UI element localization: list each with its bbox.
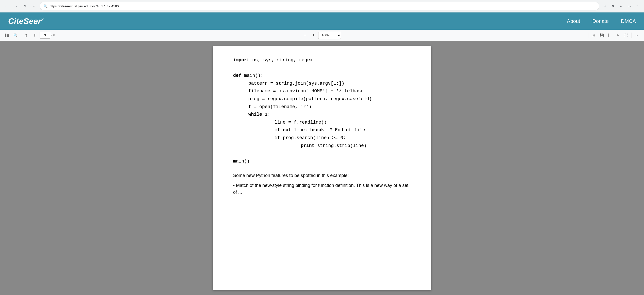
svg-rect-3	[7, 36, 9, 37]
pdf-content: import os, sys, string, regex def main()…	[0, 41, 644, 295]
code-line-blank2	[233, 150, 411, 157]
url-input[interactable]	[50, 4, 595, 8]
code-line-def: def main():	[233, 72, 411, 80]
bookmark-button[interactable]: ⚑	[609, 3, 617, 10]
back-button[interactable]: ←	[3, 3, 10, 10]
code-line-readline: line = f.readline()	[233, 119, 411, 126]
nav-donate[interactable]: Donate	[592, 18, 609, 24]
menu-button[interactable]: ≡	[634, 3, 641, 10]
history-back-button[interactable]: ↩	[618, 3, 625, 10]
toolbar-divider	[588, 33, 588, 38]
page-number-input[interactable]	[40, 32, 50, 39]
page-controls: ⇧ ⇩ / 8	[22, 32, 55, 39]
more-tools-button[interactable]: »	[633, 32, 641, 39]
zoom-select[interactable]: 50% 75% 100% 125% 150% 160% 200% 300% 40…	[318, 32, 341, 39]
code-line-blank1	[233, 64, 411, 72]
sidebar-toggle-button[interactable]	[3, 32, 11, 39]
forward-button[interactable]: →	[12, 3, 19, 10]
svg-rect-1	[7, 34, 9, 35]
prev-page-button[interactable]: ⇧	[22, 32, 30, 39]
pdf-right-tools: 🖨 💾 ⎸ ✎ ⛶ »	[587, 32, 641, 39]
code-line-import: import os, sys, string, regex	[233, 56, 411, 64]
app-header: CiteSeerX About Donate DMCA	[0, 12, 644, 30]
pdf-toolbar: 🔍 ⇧ ⇩ / 8 − + 50% 75% 100% 125% 150% 160…	[0, 30, 644, 41]
paragraph-features: Some new Python features to be spotted i…	[233, 172, 411, 179]
extensions-button[interactable]: ▭	[626, 3, 633, 10]
print-button[interactable]: 🖨	[590, 32, 598, 39]
svg-rect-2	[7, 35, 9, 36]
page-separator: /	[51, 33, 52, 37]
save-button[interactable]: 💾	[598, 32, 606, 39]
download-button[interactable]: ⇓	[601, 3, 608, 10]
address-bar[interactable]: 🔍	[40, 2, 599, 10]
zoom-out-button[interactable]: −	[301, 32, 309, 39]
browser-actions: ⇓ ⚑ ↩ ▭ ≡	[601, 3, 641, 10]
code-line-while: while 1:	[233, 111, 411, 119]
code-line-open: f = open(filename, 'r')	[233, 103, 411, 111]
code-line-print: print string.strip(line)	[233, 142, 411, 150]
home-button[interactable]: ⌂	[30, 3, 38, 10]
search-icon: 🔍	[43, 4, 47, 8]
search-pdf-button[interactable]: 🔍	[12, 32, 19, 39]
code-line-if-search: if prog.search(line) >= 0:	[233, 134, 411, 142]
svg-rect-0	[5, 34, 6, 37]
next-page-button[interactable]: ⇩	[31, 32, 39, 39]
zoom-in-button[interactable]: +	[310, 32, 317, 39]
nav-about[interactable]: About	[567, 18, 580, 24]
toolbar-divider-2	[632, 33, 632, 38]
zoom-area: − + 50% 75% 100% 125% 150% 160% 200% 300…	[301, 32, 341, 39]
code-line-main-call: main()	[233, 157, 411, 165]
code-line-if-break: if not line: break # End of file	[233, 126, 411, 134]
code-block: import os, sys, string, regex def main()…	[233, 56, 411, 165]
partial-line: • Match of the new-style string binding …	[233, 182, 411, 196]
code-line-pattern: pattern = string.join(sys.argv[1:])	[233, 80, 411, 87]
nav-dmca[interactable]: DMCA	[621, 18, 636, 24]
app-logo: CiteSeerX	[8, 17, 567, 26]
app-nav: About Donate DMCA	[567, 18, 636, 24]
pdf-page: import os, sys, string, regex def main()…	[213, 46, 431, 290]
browser-toolbar: ← → ↻ ⌂ 🔍 ⇓ ⚑ ↩ ▭ ≡	[0, 0, 644, 12]
reload-button[interactable]: ↻	[21, 3, 28, 10]
code-line-filename: filename = os.environ['HOME'] + '/.telba…	[233, 87, 411, 95]
sidebar-icon	[5, 34, 9, 37]
page-total: 8	[53, 33, 55, 37]
browser-chrome: ← → ↻ ⌂ 🔍 ⇓ ⚑ ↩ ▭ ≡	[0, 0, 644, 12]
code-line-prog: prog = regex.compile(pattern, regex.case…	[233, 95, 411, 103]
text-select-button[interactable]: ⎸	[606, 32, 614, 39]
annotate-button[interactable]: ✎	[614, 32, 622, 39]
image-button[interactable]: ⛶	[622, 32, 630, 39]
paragraph-text: Some new Python features to be spotted i…	[233, 172, 411, 196]
